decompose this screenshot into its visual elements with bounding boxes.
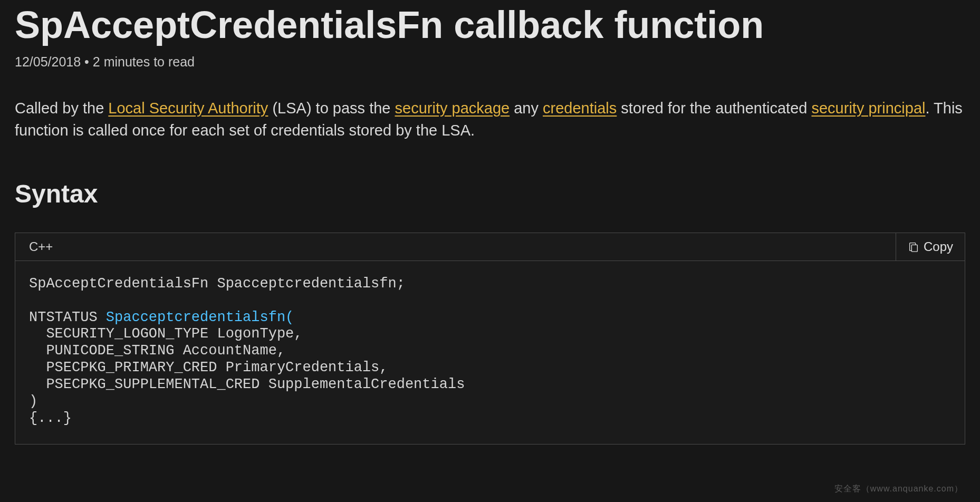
intro-text: any xyxy=(510,100,543,117)
link-security-package[interactable]: security package xyxy=(395,100,510,117)
code-line: {...} xyxy=(29,410,72,426)
code-block: C++ Copy SpAcceptCredentialsFn Spacceptc… xyxy=(15,233,965,445)
link-credentials[interactable]: credentials xyxy=(543,100,617,117)
copy-label: Copy xyxy=(924,239,953,254)
copy-icon xyxy=(908,241,919,253)
code-line: SpAcceptCredentialsFn Spacceptcredential… xyxy=(29,276,405,292)
code-highlight: Spacceptcredentialsfn( xyxy=(106,310,294,325)
link-local-security-authority[interactable]: Local Security Authority xyxy=(108,100,268,117)
copy-button[interactable]: Copy xyxy=(896,233,953,260)
code-line: PSECPKG_SUPPLEMENTAL_CRED SupplementalCr… xyxy=(29,376,465,392)
code-line: PSECPKG_PRIMARY_CRED PrimaryCredentials, xyxy=(29,360,388,375)
code-line: SECURITY_LOGON_TYPE LogonType, xyxy=(29,326,302,342)
meta-date: 12/05/2018 xyxy=(15,54,81,69)
watermark: 安全客（www.anquanke.com） xyxy=(834,484,963,495)
code-line: ) xyxy=(29,393,37,409)
intro-paragraph: Called by the Local Security Authority (… xyxy=(15,97,965,141)
article-meta: 12/05/2018 • 2 minutes to read xyxy=(15,54,965,70)
intro-text: Called by the xyxy=(15,100,108,117)
code-content: SpAcceptCredentialsFn Spacceptcredential… xyxy=(15,261,965,444)
page-title: SpAcceptCredentialsFn callback function xyxy=(15,0,965,47)
meta-separator: • xyxy=(84,54,89,69)
intro-text: (LSA) to pass the xyxy=(268,100,395,117)
section-heading-syntax: Syntax xyxy=(15,179,965,208)
meta-read-time: 2 minutes to read xyxy=(93,54,195,69)
svg-rect-0 xyxy=(911,245,917,252)
link-security-principal[interactable]: security principal xyxy=(811,100,925,117)
code-language-label: C++ xyxy=(29,239,53,254)
code-line: NTSTATUS xyxy=(29,310,106,325)
code-header: C++ Copy xyxy=(15,233,965,261)
intro-text: stored for the authenticated xyxy=(617,100,811,117)
code-line: PUNICODE_STRING AccountName, xyxy=(29,343,285,359)
